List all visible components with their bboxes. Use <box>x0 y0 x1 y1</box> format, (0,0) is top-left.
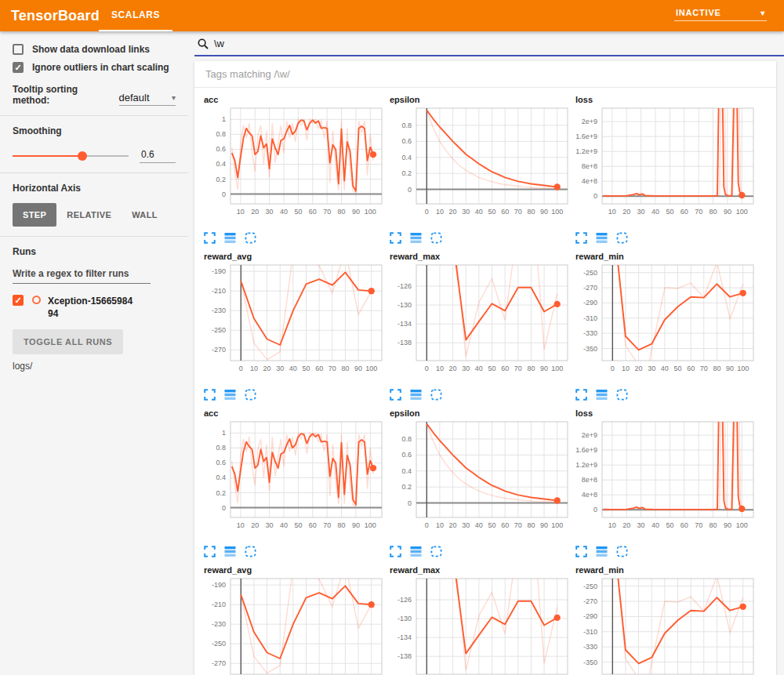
expand-icon[interactable] <box>575 389 587 401</box>
chart-plot-reward_min[interactable]: 0102030405060708090100-250-270-290-310-3… <box>574 261 757 383</box>
chart-plot-loss[interactable]: 10203040506070809010004e+88e+81.2e+91.6e… <box>574 104 757 226</box>
tag-filter-bar[interactable]: \w <box>194 38 784 56</box>
expand-icon[interactable] <box>390 546 401 557</box>
chart-plot-reward_avg[interactable]: 0102030405060708090100-190-210-230-250-2… <box>202 575 385 675</box>
svg-text:70: 70 <box>323 208 331 216</box>
fit-domain-icon[interactable] <box>616 389 628 401</box>
fit-domain-icon[interactable] <box>430 546 442 557</box>
fit-domain-icon[interactable] <box>430 389 442 401</box>
chart-plot-acc[interactable]: 10203040506070809010000.20.40.60.81 <box>202 104 385 226</box>
smoothing-slider[interactable] <box>13 155 129 157</box>
svg-text:-290: -290 <box>583 299 597 307</box>
tag-filter-value: \w <box>214 38 224 49</box>
expand-icon[interactable] <box>575 546 587 557</box>
toggle-all-runs-button[interactable]: TOGGLE ALL RUNS <box>13 329 123 354</box>
svg-text:70: 70 <box>695 208 702 216</box>
svg-text:20: 20 <box>251 521 259 529</box>
svg-text:0.2: 0.2 <box>401 483 412 491</box>
fit-domain-icon[interactable] <box>245 546 256 557</box>
log-scale-icon[interactable] <box>410 546 422 557</box>
expand-icon[interactable] <box>204 232 216 244</box>
svg-text:30: 30 <box>462 208 470 216</box>
slider-handle[interactable] <box>78 151 87 161</box>
chart-plot-reward_min[interactable]: 0102030405060708090100-250-270-290-310-3… <box>574 575 757 675</box>
svg-text:10: 10 <box>608 521 616 529</box>
run-list-item[interactable]: ✓ Xception-1566598494 <box>13 295 176 320</box>
chart-plot-loss[interactable]: 10203040506070809010004e+88e+81.2e+91.6e… <box>574 418 757 539</box>
chart-plot-reward_avg[interactable]: 0102030405060708090100-190-210-230-250-2… <box>202 261 385 383</box>
log-scale-icon[interactable] <box>224 389 236 401</box>
status-label: INACTIVE <box>676 8 721 17</box>
axis-button-step[interactable]: STEP <box>13 203 56 227</box>
chart-plot-reward_max[interactable]: 0102030405060708090100-126-130-134-138 <box>388 575 571 675</box>
log-scale-icon[interactable] <box>224 546 236 557</box>
expand-icon[interactable] <box>204 389 216 401</box>
checkbox-icon <box>13 44 24 55</box>
log-scale-icon[interactable] <box>596 232 608 244</box>
axis-button-relative[interactable]: RELATIVE <box>56 203 122 227</box>
svg-text:0: 0 <box>239 365 243 372</box>
svg-text:90: 90 <box>724 521 731 529</box>
svg-text:40: 40 <box>289 365 297 372</box>
svg-text:90: 90 <box>540 208 548 216</box>
ignore-outliers-checkbox[interactable]: ✓ Ignore outliers in chart scaling <box>13 62 176 73</box>
svg-text:80: 80 <box>710 208 717 216</box>
svg-text:90: 90 <box>352 208 360 216</box>
svg-text:-126: -126 <box>397 596 412 604</box>
fit-domain-icon[interactable] <box>616 546 628 557</box>
log-scale-icon[interactable] <box>410 389 422 401</box>
runs-filter-input[interactable] <box>13 267 151 284</box>
smoothing-value-input[interactable]: 0.6 <box>140 149 176 163</box>
status-dropdown[interactable]: INACTIVE ▾ <box>674 6 767 21</box>
run-checkbox[interactable]: ✓ <box>13 295 24 306</box>
settings-sidebar: Show data download links ✓ Ignore outlie… <box>0 31 188 675</box>
svg-text:40: 40 <box>652 521 659 529</box>
tab-scalars[interactable]: SCALARS <box>99 0 172 31</box>
svg-text:0: 0 <box>408 186 412 194</box>
expand-icon[interactable] <box>390 389 401 401</box>
svg-text:100: 100 <box>737 365 749 372</box>
svg-text:20: 20 <box>622 208 630 216</box>
chart-card-reward_min: reward_min0102030405060708090100-250-270… <box>574 249 757 403</box>
svg-text:2e+9: 2e+9 <box>582 431 597 439</box>
svg-text:30: 30 <box>266 521 274 529</box>
fit-domain-icon[interactable] <box>245 389 256 401</box>
svg-text:80: 80 <box>338 208 346 216</box>
log-scale-icon[interactable] <box>224 232 236 244</box>
chart-plot-epsilon[interactable]: 010203040506070809010000.20.40.60.8 <box>388 104 571 226</box>
svg-text:40: 40 <box>280 208 288 216</box>
svg-text:0.8: 0.8 <box>216 444 226 452</box>
svg-text:0: 0 <box>593 506 597 514</box>
chart-plot-acc[interactable]: 10203040506070809010000.20.40.60.81 <box>202 418 385 539</box>
svg-text:0: 0 <box>425 365 429 372</box>
svg-text:-250: -250 <box>212 326 226 334</box>
svg-text:20: 20 <box>622 521 630 529</box>
fit-domain-icon[interactable] <box>430 232 442 244</box>
svg-text:60: 60 <box>315 365 323 372</box>
svg-text:0: 0 <box>611 365 615 372</box>
svg-text:-210: -210 <box>212 287 226 295</box>
chart-plot-reward_max[interactable]: 0102030405060708090100-126-130-134-138 <box>388 261 571 383</box>
chart-plot-epsilon[interactable]: 010203040506070809010000.20.40.60.8 <box>388 418 571 539</box>
log-scale-icon[interactable] <box>596 546 608 557</box>
show-download-links-checkbox[interactable]: Show data download links <box>13 44 176 55</box>
fit-domain-icon[interactable] <box>616 232 628 244</box>
axis-button-wall[interactable]: WALL <box>122 203 168 227</box>
expand-icon[interactable] <box>390 232 401 244</box>
run-color-swatch[interactable] <box>32 296 41 304</box>
svg-text:-270: -270 <box>583 284 597 292</box>
svg-text:80: 80 <box>527 208 535 216</box>
log-scale-icon[interactable] <box>410 232 422 244</box>
runs-label: Runs <box>13 246 176 257</box>
expand-icon[interactable] <box>204 546 216 557</box>
svg-text:8e+8: 8e+8 <box>582 476 597 484</box>
svg-text:-190: -190 <box>212 581 226 589</box>
log-scale-icon[interactable] <box>596 389 608 401</box>
tooltip-sort-dropdown[interactable]: default ▾ <box>119 92 176 106</box>
svg-text:1: 1 <box>222 429 226 437</box>
fit-domain-icon[interactable] <box>245 232 256 244</box>
expand-icon[interactable] <box>575 232 587 244</box>
svg-text:20: 20 <box>449 208 457 216</box>
svg-text:40: 40 <box>475 521 483 529</box>
svg-text:-350: -350 <box>583 345 597 353</box>
